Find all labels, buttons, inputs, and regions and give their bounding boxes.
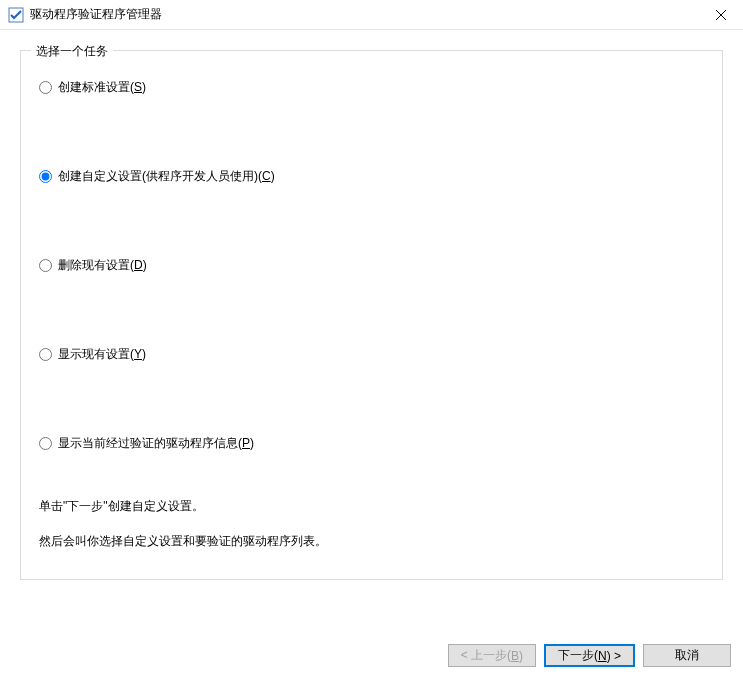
next-button[interactable]: 下一步(N) > [544, 644, 635, 667]
radio-label: 创建自定义设置(供程序开发人员使用)(C) [58, 168, 275, 185]
radio-input[interactable] [39, 437, 52, 450]
description-text: 单击"下一步"创建自定义设置。 然后会叫你选择自定义设置和要验证的驱动程序列表。 [39, 492, 704, 556]
radio-delete-settings[interactable]: 删除现有设置(D) [39, 257, 704, 274]
content-area: 选择一个任务 创建标准设置(S) 创建自定义设置(供程序开发人员使用)(C) 删… [0, 30, 743, 629]
radio-input[interactable] [39, 170, 52, 183]
radio-show-settings[interactable]: 显示现有设置(Y) [39, 346, 704, 363]
radio-create-standard[interactable]: 创建标准设置(S) [39, 79, 704, 96]
app-icon [8, 7, 24, 23]
close-button[interactable] [698, 0, 743, 30]
radio-show-verified[interactable]: 显示当前经过验证的驱动程序信息(P) [39, 435, 704, 452]
desc-line-1: 单击"下一步"创建自定义设置。 [39, 492, 704, 521]
radio-list: 创建标准设置(S) 创建自定义设置(供程序开发人员使用)(C) 删除现有设置(D… [39, 71, 704, 492]
radio-label: 删除现有设置(D) [58, 257, 147, 274]
task-groupbox: 选择一个任务 创建标准设置(S) 创建自定义设置(供程序开发人员使用)(C) 删… [20, 50, 723, 580]
button-bar: < 上一步(B) 下一步(N) > 取消 [448, 644, 731, 667]
radio-create-custom[interactable]: 创建自定义设置(供程序开发人员使用)(C) [39, 168, 704, 185]
groupbox-legend: 选择一个任务 [31, 43, 113, 60]
radio-label: 显示当前经过验证的驱动程序信息(P) [58, 435, 254, 452]
radio-input[interactable] [39, 81, 52, 94]
radio-input[interactable] [39, 348, 52, 361]
titlebar: 驱动程序验证程序管理器 [0, 0, 743, 30]
radio-label: 创建标准设置(S) [58, 79, 146, 96]
radio-label: 显示现有设置(Y) [58, 346, 146, 363]
cancel-button[interactable]: 取消 [643, 644, 731, 667]
window-title: 驱动程序验证程序管理器 [30, 6, 698, 23]
desc-line-2: 然后会叫你选择自定义设置和要验证的驱动程序列表。 [39, 527, 704, 556]
radio-input[interactable] [39, 259, 52, 272]
back-button: < 上一步(B) [448, 644, 536, 667]
